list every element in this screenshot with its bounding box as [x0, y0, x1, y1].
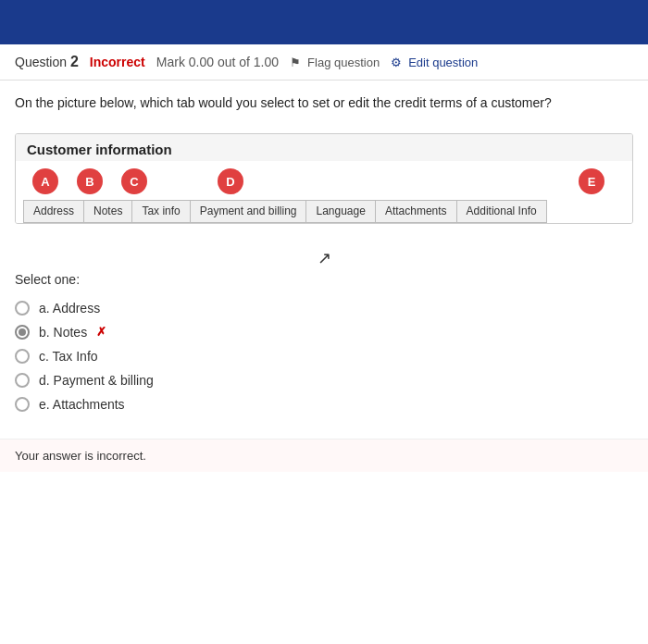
circle-c: C [121, 168, 147, 194]
tab-item-d: D [218, 168, 243, 196]
incorrect-badge: Incorrect [90, 55, 145, 69]
option-b-text: b. Notes [39, 325, 87, 340]
select-section: ↗ Select one: a. Address b. Notes ✗ c. T… [0, 233, 648, 424]
tab-item-c: C [121, 168, 147, 196]
flag-icon [290, 56, 304, 69]
customer-info-box: Customer information A B C D [15, 133, 633, 224]
customer-info-title: Customer information [16, 134, 632, 161]
gear-icon [391, 56, 405, 69]
radio-a[interactable] [15, 301, 30, 316]
radio-b[interactable] [15, 325, 30, 340]
option-a-text: a. Address [39, 301, 100, 316]
option-row-c[interactable]: c. Tax Info [15, 344, 633, 368]
option-d-text: d. Payment & billing [39, 373, 154, 388]
footer-incorrect: Your answer is incorrect. [0, 439, 648, 472]
tab-address[interactable]: Address [23, 200, 83, 223]
flag-question-button[interactable]: Flag question [290, 56, 380, 69]
option-row-d[interactable]: d. Payment & billing [15, 368, 633, 392]
circle-a: A [32, 168, 58, 194]
select-label: Select one: [15, 272, 633, 287]
radio-d[interactable] [15, 373, 30, 388]
cursor-area: ↗ [15, 244, 633, 272]
tab-tax-info[interactable]: Tax info [131, 200, 189, 223]
top-bar [0, 0, 648, 44]
question-body: On the picture below, which tab would yo… [0, 80, 648, 120]
tab-item-b: B [77, 168, 103, 196]
tab-language[interactable]: Language [305, 200, 374, 223]
question-number: Question 2 [15, 54, 79, 70]
mark-text: Mark 0.00 out of 1.00 [156, 55, 279, 69]
circle-d: D [218, 168, 243, 194]
tab-item-e: E [579, 168, 604, 196]
incorrect-mark-b: ✗ [96, 325, 106, 339]
option-e-text: e. Attachments [39, 397, 125, 412]
radio-c[interactable] [15, 349, 30, 364]
circle-e: E [579, 168, 604, 194]
tabs-row: Address Notes Tax info Payment and billi… [23, 200, 625, 223]
option-row-a[interactable]: a. Address [15, 296, 633, 320]
option-row-b[interactable]: b. Notes ✗ [15, 320, 633, 344]
circles-and-tabs: A B C D E Address No [16, 161, 632, 223]
question-header: Question 2 Incorrect Mark 0.00 out of 1.… [0, 44, 648, 80]
tab-attachments[interactable]: Attachments [375, 200, 456, 223]
radio-b-inner [19, 328, 26, 336]
circle-b: B [77, 168, 103, 194]
tab-additional-info[interactable]: Additional Info [456, 200, 547, 223]
radio-e[interactable] [15, 397, 30, 412]
option-c-text: c. Tax Info [39, 349, 98, 364]
tab-payment-billing[interactable]: Payment and billing [190, 200, 306, 223]
option-row-e[interactable]: e. Attachments [15, 392, 633, 416]
tab-notes[interactable]: Notes [83, 200, 131, 223]
circles-row: A B C D E [23, 168, 625, 196]
edit-question-button[interactable]: Edit question [391, 56, 478, 69]
tab-item-a: A [32, 168, 58, 196]
